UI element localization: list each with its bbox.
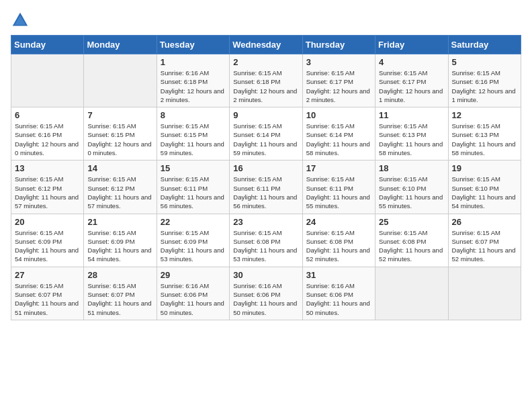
day-info: Sunrise: 6:15 AM Sunset: 6:07 PM Dayligh… bbox=[15, 281, 80, 317]
day-info: Sunrise: 6:15 AM Sunset: 6:08 PM Dayligh… bbox=[233, 228, 298, 264]
calendar-cell: 13Sunrise: 6:15 AM Sunset: 6:12 PM Dayli… bbox=[11, 161, 84, 214]
day-number: 11 bbox=[379, 110, 444, 120]
logo bbox=[11, 11, 32, 30]
weekday-header: Friday bbox=[375, 36, 448, 54]
calendar-cell: 27Sunrise: 6:15 AM Sunset: 6:07 PM Dayli… bbox=[11, 267, 84, 320]
calendar-cell: 4Sunrise: 6:15 AM Sunset: 6:17 PM Daylig… bbox=[375, 54, 448, 107]
day-info: Sunrise: 6:15 AM Sunset: 6:17 PM Dayligh… bbox=[379, 68, 444, 104]
day-info: Sunrise: 6:15 AM Sunset: 6:09 PM Dayligh… bbox=[87, 228, 152, 264]
day-number: 27 bbox=[15, 270, 80, 280]
day-info: Sunrise: 6:15 AM Sunset: 6:09 PM Dayligh… bbox=[161, 228, 226, 264]
calendar-cell: 19Sunrise: 6:15 AM Sunset: 6:10 PM Dayli… bbox=[448, 161, 521, 214]
calendar-cell: 29Sunrise: 6:16 AM Sunset: 6:06 PM Dayli… bbox=[157, 267, 229, 320]
day-number: 12 bbox=[452, 110, 517, 120]
calendar-cell bbox=[375, 267, 448, 320]
day-number: 1 bbox=[161, 57, 226, 67]
calendar-cell: 30Sunrise: 6:16 AM Sunset: 6:06 PM Dayli… bbox=[230, 267, 302, 320]
calendar-week-row: 6Sunrise: 6:15 AM Sunset: 6:16 PM Daylig… bbox=[11, 107, 521, 161]
calendar-cell: 18Sunrise: 6:15 AM Sunset: 6:10 PM Dayli… bbox=[375, 161, 448, 214]
calendar-cell bbox=[448, 267, 521, 320]
calendar-cell: 15Sunrise: 6:15 AM Sunset: 6:11 PM Dayli… bbox=[157, 161, 229, 214]
calendar-cell: 8Sunrise: 6:15 AM Sunset: 6:15 PM Daylig… bbox=[157, 107, 229, 161]
calendar-cell bbox=[11, 54, 84, 107]
calendar-cell: 9Sunrise: 6:15 AM Sunset: 6:14 PM Daylig… bbox=[230, 107, 302, 161]
day-info: Sunrise: 6:16 AM Sunset: 6:18 PM Dayligh… bbox=[161, 68, 226, 104]
calendar-cell: 28Sunrise: 6:15 AM Sunset: 6:07 PM Dayli… bbox=[84, 267, 157, 320]
day-info: Sunrise: 6:15 AM Sunset: 6:11 PM Dayligh… bbox=[306, 175, 371, 210]
day-number: 2 bbox=[233, 57, 298, 67]
weekday-header: Wednesday bbox=[230, 36, 302, 54]
weekday-header: Tuesday bbox=[157, 36, 229, 54]
day-info: Sunrise: 6:16 AM Sunset: 6:06 PM Dayligh… bbox=[161, 281, 226, 317]
weekday-header: Monday bbox=[84, 36, 157, 54]
day-info: Sunrise: 6:15 AM Sunset: 6:16 PM Dayligh… bbox=[15, 122, 80, 157]
day-number: 23 bbox=[233, 217, 298, 227]
logo-icon bbox=[11, 11, 30, 30]
weekday-header: Sunday bbox=[11, 36, 84, 54]
day-info: Sunrise: 6:15 AM Sunset: 6:15 PM Dayligh… bbox=[87, 122, 152, 157]
day-info: Sunrise: 6:15 AM Sunset: 6:08 PM Dayligh… bbox=[379, 228, 444, 264]
day-number: 25 bbox=[379, 217, 444, 227]
calendar-cell: 3Sunrise: 6:15 AM Sunset: 6:17 PM Daylig… bbox=[302, 54, 375, 107]
day-number: 15 bbox=[161, 163, 226, 173]
day-number: 29 bbox=[161, 270, 226, 280]
day-info: Sunrise: 6:15 AM Sunset: 6:11 PM Dayligh… bbox=[233, 175, 298, 210]
day-number: 18 bbox=[379, 163, 444, 173]
calendar-cell: 11Sunrise: 6:15 AM Sunset: 6:13 PM Dayli… bbox=[375, 107, 448, 161]
calendar-cell: 12Sunrise: 6:15 AM Sunset: 6:13 PM Dayli… bbox=[448, 107, 521, 161]
day-number: 24 bbox=[306, 217, 371, 227]
day-number: 28 bbox=[87, 270, 152, 280]
day-number: 30 bbox=[233, 270, 298, 280]
day-number: 22 bbox=[161, 217, 226, 227]
day-number: 20 bbox=[15, 217, 80, 227]
calendar-table: SundayMondayTuesdayWednesdayThursdayFrid… bbox=[11, 35, 521, 320]
day-number: 7 bbox=[87, 110, 152, 120]
day-info: Sunrise: 6:15 AM Sunset: 6:13 PM Dayligh… bbox=[379, 122, 444, 157]
day-info: Sunrise: 6:16 AM Sunset: 6:06 PM Dayligh… bbox=[233, 281, 298, 317]
day-number: 13 bbox=[15, 163, 80, 173]
calendar-cell: 20Sunrise: 6:15 AM Sunset: 6:09 PM Dayli… bbox=[11, 214, 84, 267]
day-info: Sunrise: 6:15 AM Sunset: 6:14 PM Dayligh… bbox=[233, 122, 298, 157]
day-number: 26 bbox=[452, 217, 517, 227]
day-number: 10 bbox=[306, 110, 371, 120]
calendar-cell: 17Sunrise: 6:15 AM Sunset: 6:11 PM Dayli… bbox=[302, 161, 375, 214]
day-info: Sunrise: 6:15 AM Sunset: 6:07 PM Dayligh… bbox=[452, 228, 517, 264]
calendar-cell bbox=[84, 54, 157, 107]
day-info: Sunrise: 6:15 AM Sunset: 6:17 PM Dayligh… bbox=[306, 68, 371, 104]
day-number: 14 bbox=[87, 163, 152, 173]
day-info: Sunrise: 6:15 AM Sunset: 6:14 PM Dayligh… bbox=[306, 122, 371, 157]
day-info: Sunrise: 6:15 AM Sunset: 6:09 PM Dayligh… bbox=[15, 228, 80, 264]
calendar-cell: 26Sunrise: 6:15 AM Sunset: 6:07 PM Dayli… bbox=[448, 214, 521, 267]
day-number: 21 bbox=[87, 217, 152, 227]
day-info: Sunrise: 6:15 AM Sunset: 6:12 PM Dayligh… bbox=[87, 175, 152, 210]
weekday-header: Saturday bbox=[448, 36, 521, 54]
day-number: 17 bbox=[306, 163, 371, 173]
day-number: 16 bbox=[233, 163, 298, 173]
calendar-week-row: 13Sunrise: 6:15 AM Sunset: 6:12 PM Dayli… bbox=[11, 161, 521, 214]
calendar-cell: 2Sunrise: 6:15 AM Sunset: 6:18 PM Daylig… bbox=[230, 54, 302, 107]
day-info: Sunrise: 6:15 AM Sunset: 6:12 PM Dayligh… bbox=[15, 175, 80, 210]
day-info: Sunrise: 6:15 AM Sunset: 6:18 PM Dayligh… bbox=[233, 68, 298, 104]
day-number: 8 bbox=[161, 110, 226, 120]
day-number: 31 bbox=[306, 270, 371, 280]
day-number: 6 bbox=[15, 110, 80, 120]
day-number: 4 bbox=[379, 57, 444, 67]
calendar-cell: 31Sunrise: 6:16 AM Sunset: 6:06 PM Dayli… bbox=[302, 267, 375, 320]
calendar-cell: 10Sunrise: 6:15 AM Sunset: 6:14 PM Dayli… bbox=[302, 107, 375, 161]
day-info: Sunrise: 6:15 AM Sunset: 6:11 PM Dayligh… bbox=[161, 175, 226, 210]
calendar-cell: 1Sunrise: 6:16 AM Sunset: 6:18 PM Daylig… bbox=[157, 54, 229, 107]
calendar-cell: 23Sunrise: 6:15 AM Sunset: 6:08 PM Dayli… bbox=[230, 214, 302, 267]
calendar-week-row: 27Sunrise: 6:15 AM Sunset: 6:07 PM Dayli… bbox=[11, 267, 521, 320]
day-info: Sunrise: 6:15 AM Sunset: 6:10 PM Dayligh… bbox=[379, 175, 444, 210]
day-number: 9 bbox=[233, 110, 298, 120]
day-number: 19 bbox=[452, 163, 517, 173]
calendar-cell: 7Sunrise: 6:15 AM Sunset: 6:15 PM Daylig… bbox=[84, 107, 157, 161]
calendar-cell: 16Sunrise: 6:15 AM Sunset: 6:11 PM Dayli… bbox=[230, 161, 302, 214]
day-info: Sunrise: 6:15 AM Sunset: 6:07 PM Dayligh… bbox=[87, 281, 152, 317]
day-info: Sunrise: 6:15 AM Sunset: 6:08 PM Dayligh… bbox=[306, 228, 371, 264]
day-info: Sunrise: 6:16 AM Sunset: 6:06 PM Dayligh… bbox=[306, 281, 371, 317]
calendar-cell: 24Sunrise: 6:15 AM Sunset: 6:08 PM Dayli… bbox=[302, 214, 375, 267]
day-number: 5 bbox=[452, 57, 517, 67]
day-info: Sunrise: 6:15 AM Sunset: 6:16 PM Dayligh… bbox=[452, 68, 517, 104]
day-info: Sunrise: 6:15 AM Sunset: 6:15 PM Dayligh… bbox=[161, 122, 226, 157]
